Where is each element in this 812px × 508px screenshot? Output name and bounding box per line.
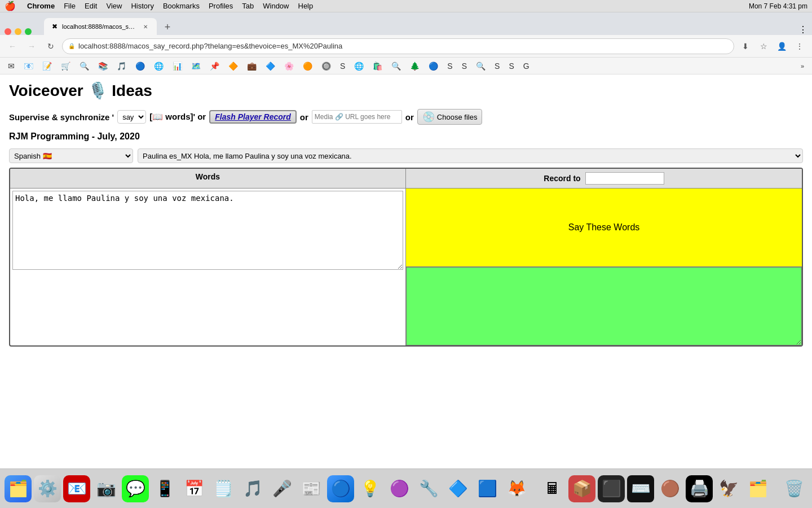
bm-29[interactable]: S	[505, 60, 518, 72]
dock-facetime[interactable]: 📱	[151, 475, 178, 502]
bm-23[interactable]: 🌲	[407, 60, 424, 72]
bm-10[interactable]: 📊	[169, 60, 187, 72]
new-tab-button[interactable]: +	[160, 19, 175, 35]
dock-sequelpro[interactable]: 🦅	[715, 475, 742, 502]
bm-22[interactable]: 🔍	[388, 60, 405, 72]
menubar-file[interactable]: File	[64, 2, 76, 10]
bm-4[interactable]: 🛒	[58, 60, 75, 72]
choose-files-label: Choose files	[437, 113, 478, 121]
menubar-chrome[interactable]: Chrome	[27, 2, 55, 10]
bm-5[interactable]: 🔍	[76, 60, 94, 72]
bm-20[interactable]: 🌐	[351, 60, 368, 72]
bm-8[interactable]: 🔵	[132, 60, 149, 72]
dock-photos[interactable]: 🟣	[386, 475, 413, 502]
dock-textsoap[interactable]: 🟤	[656, 475, 683, 502]
bm-gmail[interactable]: ✉	[5, 60, 19, 72]
bm-6[interactable]: 📚	[95, 60, 112, 72]
supervise-label: Supervise & synchronize '	[9, 112, 114, 122]
green-recording-area[interactable]	[406, 267, 802, 345]
words-textarea-extra[interactable]	[12, 273, 403, 341]
dock-podcasts[interactable]: 🎤	[268, 475, 295, 502]
chrome-menu-icon[interactable]: ⋮	[798, 24, 807, 35]
say-these-words-area[interactable]: Say These Words This made to be blank an…	[406, 189, 802, 267]
bm-2[interactable]: 📧	[20, 60, 38, 72]
dock-settings[interactable]: 💡	[356, 475, 383, 502]
reload-button[interactable]: ↻	[43, 38, 59, 54]
choose-files-button[interactable]: 💿 Choose files	[417, 109, 483, 125]
dock-intellij[interactable]: 🖨️	[686, 475, 713, 502]
menubar-profiles[interactable]: Profiles	[209, 2, 233, 10]
forward-button[interactable]: →	[24, 38, 39, 54]
dock-filezilla[interactable]: 📦	[568, 475, 595, 502]
close-button[interactable]	[5, 28, 11, 35]
apple-menu[interactable]: 🍎	[5, 1, 16, 11]
dock-filefolder[interactable]: 🗂️	[744, 475, 771, 502]
tab-close-btn[interactable]: ✕	[142, 22, 149, 31]
profile-icon[interactable]: 👤	[774, 38, 789, 54]
fullscreen-button[interactable]	[25, 28, 32, 35]
back-button[interactable]: ←	[5, 38, 20, 54]
dock-messages[interactable]: 💬	[122, 475, 149, 502]
dock-reminders[interactable]: 🎵	[239, 475, 266, 502]
dock-bbedit[interactable]: ⬛	[598, 475, 625, 502]
bm-12[interactable]: 📌	[206, 60, 224, 72]
voice-select[interactable]: Paulina es_MX Hola, me llamo Paulina y s…	[138, 148, 803, 163]
bm-21[interactable]: 🛍️	[369, 60, 387, 72]
dock-calendar[interactable]: 📅	[180, 475, 208, 502]
menubar-view[interactable]: View	[106, 2, 122, 10]
dock-firefox[interactable]: 🦊	[503, 475, 530, 502]
dock-notes[interactable]: 🗒️	[210, 475, 237, 502]
bm-13[interactable]: 🔶	[225, 60, 242, 72]
menubar-bookmarks[interactable]: Bookmarks	[163, 2, 200, 10]
traffic-lights	[5, 28, 32, 35]
menubar-datetime: Mon 7 Feb 4:31 pm	[749, 2, 807, 10]
bm-17[interactable]: 🟠	[299, 60, 317, 72]
dock-maps[interactable]: 📷	[92, 475, 120, 502]
media-url-input[interactable]	[312, 110, 402, 124]
words-textarea[interactable]: Hola, me llamo Paulina y soy una voz mex…	[12, 191, 403, 270]
url-bar[interactable]: 🔒 localhost:8888/macos_say_record.php?th…	[62, 38, 734, 54]
dock-chrome[interactable]: 🟦	[474, 475, 501, 502]
bm-24[interactable]: 🔵	[425, 60, 443, 72]
bm-3[interactable]: 📝	[39, 60, 56, 72]
dock-trash[interactable]: 🗑️	[780, 475, 807, 502]
bm-14[interactable]: 💼	[244, 60, 261, 72]
dock-terminal[interactable]: ⌨️	[627, 475, 654, 502]
bm-27[interactable]: 🔍	[473, 60, 490, 72]
bm-31[interactable]: »	[797, 62, 807, 71]
bookmark-icon[interactable]: ☆	[756, 38, 771, 54]
dock-news[interactable]: 📰	[298, 475, 325, 502]
bm-19[interactable]: S	[337, 60, 350, 72]
dock-launchpad[interactable]: ⚙️	[34, 475, 61, 502]
bm-11[interactable]: 🗺️	[188, 60, 205, 72]
menubar-tab[interactable]: Tab	[242, 2, 254, 10]
dock-preview[interactable]: 🔧	[415, 475, 442, 502]
record-to-input[interactable]	[585, 172, 664, 185]
bm-26[interactable]: S	[458, 60, 471, 72]
bm-28[interactable]: S	[491, 60, 504, 72]
dock-appstore[interactable]: 🔵	[327, 475, 354, 502]
words-bracket: [📖 words]' or	[149, 112, 206, 122]
dock-calculator[interactable]: 🖩	[539, 475, 566, 502]
menubar-help[interactable]: Help	[298, 2, 314, 10]
menubar-edit[interactable]: Edit	[85, 2, 97, 10]
menubar-history[interactable]: History	[131, 2, 153, 10]
extensions-icon[interactable]: ⋮	[792, 38, 807, 54]
menubar-window[interactable]: Window	[263, 2, 289, 10]
dock-safari[interactable]: 🔷	[444, 475, 471, 502]
dock-mail[interactable]: 📧	[63, 475, 90, 502]
bm-30[interactable]: G	[520, 60, 534, 72]
bm-15[interactable]: 🔷	[262, 60, 280, 72]
active-tab[interactable]: ✖ localhost:8888/macos_say_reco... ✕	[44, 18, 157, 35]
bm-7[interactable]: 🎵	[113, 60, 131, 72]
bm-9[interactable]: 🌐	[151, 60, 168, 72]
minimize-button[interactable]	[15, 28, 21, 35]
bm-25[interactable]: S	[444, 60, 457, 72]
bm-18[interactable]: 🔘	[318, 60, 336, 72]
bm-16[interactable]: 🌸	[281, 60, 298, 72]
flash-player-btn[interactable]: Flash Player Record	[209, 110, 297, 124]
say-dropdown[interactable]: say	[117, 110, 146, 124]
dock-finder[interactable]: 🗂️	[5, 475, 32, 502]
language-select[interactable]: Spanish 🇪🇸	[9, 148, 133, 163]
download-icon[interactable]: ⬇	[738, 38, 753, 54]
